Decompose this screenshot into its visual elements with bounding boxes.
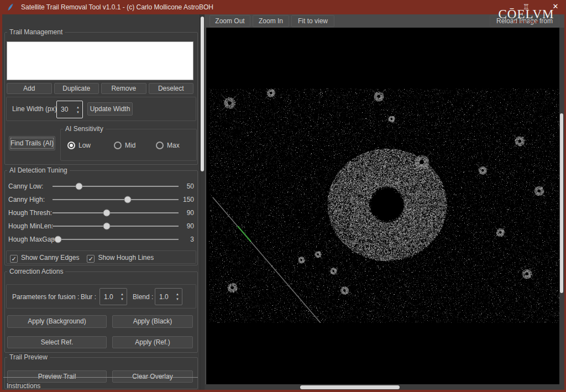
window-title: Satellite Trail Removal Tool v1.0.1 - (c… bbox=[21, 3, 213, 11]
section-ai-detection-tuning: AI Detection Tuning Canny Low: 50 Canny … bbox=[4, 170, 198, 265]
blend-spinner[interactable]: 1.0 ▲ ▼ bbox=[155, 288, 182, 305]
instructions-title: Instructions bbox=[7, 382, 40, 390]
ai-sensitivity-group: AI Sensitivity Low Mid Max bbox=[60, 129, 197, 161]
titlebar: Satellite Trail Removal Tool v1.0.1 - (c… bbox=[0, 0, 566, 14]
blur-spinner[interactable]: 1.0 ▲ ▼ bbox=[99, 288, 127, 305]
blend-label: Blend : bbox=[133, 293, 153, 301]
hough-maxgap-slider[interactable] bbox=[53, 234, 179, 245]
trail-listbox[interactable] bbox=[7, 41, 193, 80]
left-panel-scrollbar[interactable] bbox=[200, 14, 205, 390]
preview-trail-button[interactable]: Preview Trail bbox=[7, 370, 107, 383]
slider-label: Hough MinLen: bbox=[8, 222, 53, 230]
blur-label: Blur : bbox=[81, 293, 96, 301]
section-trail-management: Trail Management Add Duplicate Remove De… bbox=[4, 32, 198, 165]
add-button[interactable]: Add bbox=[7, 83, 52, 94]
image-viewport[interactable] bbox=[206, 28, 559, 384]
spin-up-icon[interactable]: ▲ bbox=[120, 292, 124, 296]
spin-down-icon[interactable]: ▼ bbox=[76, 111, 80, 114]
hough-minlen-slider[interactable] bbox=[53, 221, 179, 232]
radio-option-mid[interactable]: Mid bbox=[114, 142, 135, 151]
feather-app-icon bbox=[6, 3, 15, 12]
line-width-spinner[interactable]: 30 ▲ ▼ bbox=[56, 101, 83, 118]
line-width-label: Line Width (px) : bbox=[12, 105, 60, 113]
radio-option-low[interactable]: Low bbox=[67, 142, 91, 151]
apply-background-button[interactable]: Apply (Background) bbox=[7, 315, 107, 328]
apply-ref-button[interactable]: Apply (Ref.) bbox=[112, 336, 193, 348]
instructions-divider bbox=[3, 377, 198, 378]
blend-value: 1.0 bbox=[155, 293, 173, 301]
horizontal-scrollbar-thumb[interactable] bbox=[300, 385, 400, 389]
deselect-button[interactable]: Deselect bbox=[149, 83, 194, 94]
section-title: Trail Preview bbox=[7, 353, 50, 361]
fusion-params-box: Parameters for fusion : Blur : 1.0 ▲ ▼ B… bbox=[6, 284, 196, 309]
slider-thumb[interactable] bbox=[54, 236, 61, 243]
radio-option-max[interactable]: Max bbox=[156, 142, 180, 151]
vertical-scrollbar[interactable] bbox=[559, 28, 564, 384]
reload-image-button[interactable]: Reload Image from Disk bbox=[490, 15, 559, 27]
slider-label: Canny Low: bbox=[8, 182, 53, 190]
slider-thumb[interactable] bbox=[75, 183, 82, 190]
spin-down-icon[interactable]: ▼ bbox=[120, 297, 124, 301]
ai-sensitivity-title: AI Sensitivity bbox=[63, 125, 106, 133]
left-scrollbar-thumb[interactable] bbox=[201, 17, 204, 171]
control-panel: Trail Management Add Duplicate Remove De… bbox=[2, 14, 199, 390]
fusion-label: Parameters for fusion : bbox=[12, 293, 79, 301]
slider-value: 90 bbox=[180, 209, 194, 217]
show-canny-edges-checkbox[interactable]: ✓ bbox=[10, 255, 18, 263]
slider-row-hough-minlen: Hough MinLen: 90 bbox=[8, 221, 194, 232]
slider-row-hough-thresh: Hough Thresh: 90 bbox=[8, 207, 194, 218]
duplicate-button[interactable]: Duplicate bbox=[54, 83, 99, 94]
slider-thumb[interactable] bbox=[103, 210, 111, 217]
canny-high-slider[interactable] bbox=[53, 194, 179, 205]
hough-thresh-slider[interactable] bbox=[53, 207, 179, 218]
slider-value: 50 bbox=[180, 182, 194, 190]
window-border-left bbox=[0, 14, 2, 392]
canny-low-slider[interactable] bbox=[53, 181, 179, 192]
show-hough-lines-checkbox[interactable]: ✓ bbox=[87, 255, 95, 263]
spin-down-icon[interactable]: ▼ bbox=[176, 297, 179, 301]
window-border-bottom bbox=[0, 390, 566, 392]
find-trails-box: Find Trails (AI) AI Sensitivity Low Mid … bbox=[6, 124, 196, 163]
vertical-scrollbar-thumb[interactable] bbox=[560, 113, 563, 293]
clear-overlay-button[interactable]: Clear Overlay bbox=[112, 370, 193, 383]
radio-mid-label: Mid bbox=[125, 142, 135, 149]
remove-button[interactable]: Remove bbox=[101, 83, 146, 94]
zoom-out-button[interactable]: Zoom Out bbox=[209, 15, 250, 27]
slider-thumb[interactable] bbox=[124, 196, 131, 203]
slider-value: 3 bbox=[180, 236, 194, 243]
slider-label: Canny High: bbox=[8, 196, 53, 203]
blur-value: 1.0 bbox=[100, 293, 118, 301]
astro-image-canvas[interactable] bbox=[209, 88, 559, 323]
select-ref-button[interactable]: Select Ref. bbox=[7, 336, 107, 348]
radio-low-label: Low bbox=[78, 142, 91, 149]
apply-black-button[interactable]: Apply (Black) bbox=[112, 315, 193, 328]
line-width-value: 30 bbox=[57, 106, 74, 113]
show-canny-edges-label: Show Canny Edges bbox=[21, 254, 79, 262]
fit-to-view-button[interactable]: Fit to view bbox=[291, 15, 334, 27]
line-width-box: Line Width (px) : 30 ▲ ▼ Update Width bbox=[6, 97, 196, 121]
slider-label: Hough MaxGap bbox=[8, 236, 53, 243]
show-overlays-box: ✓Show Canny Edges✓Show Hough Lines bbox=[6, 250, 196, 264]
update-width-button[interactable]: Update Width bbox=[87, 102, 133, 116]
section-correction-actions: Correction Actions Parameters for fusion… bbox=[4, 271, 198, 353]
zoom-in-button[interactable]: Zoom In bbox=[253, 15, 289, 27]
slider-thumb[interactable] bbox=[103, 223, 111, 230]
slider-value: 90 bbox=[180, 222, 194, 230]
slider-row-canny-high: Canny High: 150 bbox=[8, 194, 194, 205]
section-title: Trail Management bbox=[7, 28, 65, 36]
radio-low-icon[interactable] bbox=[67, 142, 75, 149]
slider-value: 150 bbox=[180, 196, 194, 203]
close-icon[interactable]: ✕ bbox=[548, 1, 563, 12]
section-title: AI Detection Tuning bbox=[7, 166, 70, 174]
show-hough-lines-label: Show Hough Lines bbox=[98, 254, 154, 262]
slider-row-hough-maxgap: Hough MaxGap 3 bbox=[8, 234, 194, 245]
radio-max-icon[interactable] bbox=[156, 142, 164, 149]
radio-max-label: Max bbox=[167, 142, 180, 149]
section-title: Correction Actions bbox=[7, 268, 65, 275]
radio-mid-icon[interactable] bbox=[114, 142, 122, 149]
spin-up-icon[interactable]: ▲ bbox=[76, 106, 80, 109]
spin-up-icon[interactable]: ▲ bbox=[176, 292, 179, 296]
slider-label: Hough Thresh: bbox=[8, 209, 53, 217]
find-trails-ai-button[interactable]: Find Trails (AI) bbox=[9, 136, 55, 150]
viewer-toolbar: Zoom Out Zoom In Fit to view Reload Imag… bbox=[205, 14, 564, 28]
